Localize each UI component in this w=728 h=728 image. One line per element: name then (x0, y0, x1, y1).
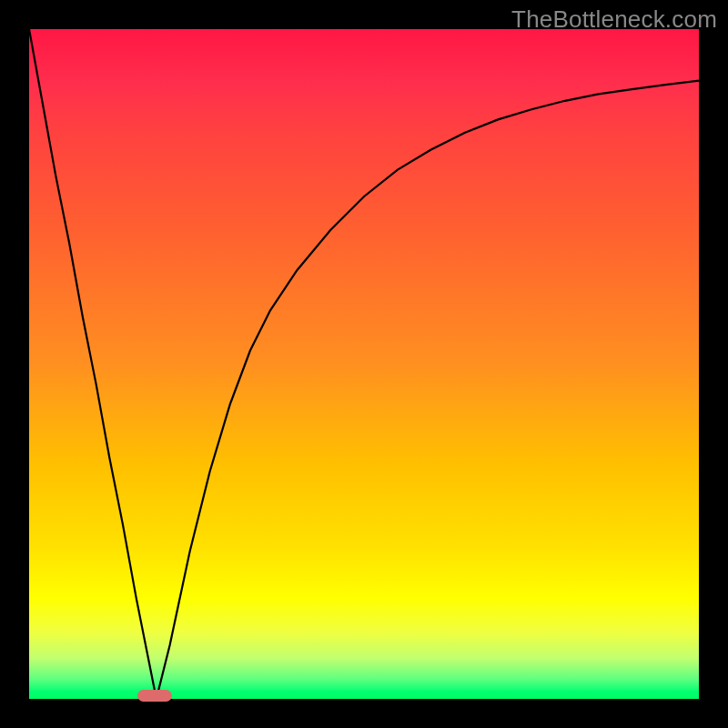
watermark-text: TheBottleneck.com (511, 5, 717, 34)
chart-frame: TheBottleneck.com (0, 0, 728, 728)
bottleneck-marker (137, 690, 172, 702)
gradient-background (29, 29, 699, 699)
